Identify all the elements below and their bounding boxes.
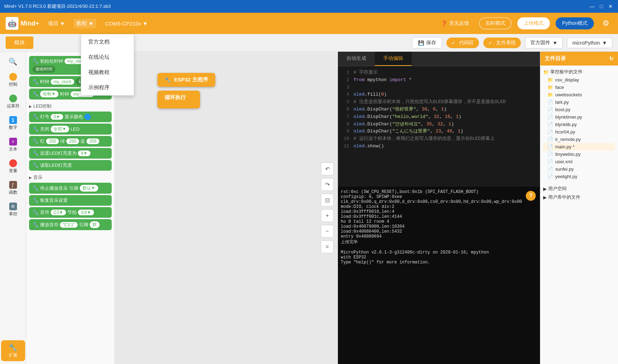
block-icon: 🔧: [33, 163, 39, 168]
sidebar-item-numbers[interactable]: 1 数字: [1, 113, 25, 133]
project-menu[interactable]: 项目 ▼: [45, 19, 68, 28]
file-csv-display[interactable]: 📁 csv_display: [543, 76, 615, 84]
module-button[interactable]: 模块: [6, 36, 33, 49]
esp32-main-block[interactable]: 🔧 ESP32 主程序: [157, 73, 215, 87]
file-uwebsockets[interactable]: 📁 uwebsockets: [543, 91, 615, 98]
file-user-xml[interactable]: 📄 user.xml: [543, 158, 615, 165]
sidebar-label-variables: 变量: [9, 168, 17, 174]
sidebar-label-text: 文本: [9, 146, 17, 152]
terminal-line: load:0x40078000,len:10304: [341, 224, 537, 229]
py-icon: 📄: [547, 99, 553, 105]
tutorial-menu[interactable]: 教程 ▼: [73, 19, 96, 28]
sidebar-item-variables[interactable]: 变量: [1, 157, 25, 177]
crop-button[interactable]: ⊡: [321, 194, 334, 206]
file-hcsr04[interactable]: 📄 hcsr04.py: [543, 128, 615, 136]
terminal-line: Type "help()" for more information.: [341, 260, 537, 265]
save-icon: 💾: [418, 40, 424, 46]
file-ir-remote[interactable]: 📄 ir_remote.py: [543, 136, 615, 143]
filesystem-button[interactable]: ✓ 文件系统: [483, 38, 521, 48]
block-icon: 🔧: [33, 186, 39, 191]
dropdown-item-forum[interactable]: 在线论坛: [81, 50, 134, 65]
code-line-5: 5 # 注意这些显示积木块，只把信息写入OLED屏幕缓存，并不是直接在OLED: [341, 98, 537, 106]
code-line-2: 2 from mpython import *: [341, 76, 537, 84]
maximize-button[interactable]: □: [598, 3, 605, 10]
titlebar: Mind+ V1.7.0 RC3.0 新建项目-2021/4/30-22:1:7…: [0, 0, 618, 13]
folder-expand-icon: 📁: [543, 69, 549, 75]
block-led-show[interactable]: 🔧 灯号 0▼ 显示颜色: [29, 112, 112, 122]
upload-mode-button[interactable]: 上传模式: [517, 17, 550, 29]
block-play-note[interactable]: 🔧 播放音符 "C3:1" 引脚 默: [29, 219, 112, 230]
variables-icon: [9, 159, 17, 167]
block-read-brightness[interactable]: 🔧 读取LED灯亮度: [29, 160, 112, 171]
zoom-in-button[interactable]: +: [321, 209, 334, 222]
code-line-6: 6 oled.DispChar("你好世界", 38, 0, 1): [341, 106, 537, 113]
code-line-1: 1 # 字符显示: [341, 69, 537, 76]
top-toolbar: 🤖 Mind+ 项目 ▼ 教程 ▼ COM5-CP210x ▼ ❓ 意见反馈 实…: [0, 13, 618, 34]
close-button[interactable]: ✕: [607, 3, 614, 10]
undo-button[interactable]: ↶: [321, 163, 334, 175]
block-led-off[interactable]: 🔧 关闭 全部▼ LED: [29, 124, 112, 135]
minimize-button[interactable]: —: [589, 3, 595, 10]
sidebar-search[interactable]: 🔍: [1, 55, 25, 69]
left-sidebar: 🔍 控制 运算符 1 数字 ≡ 文本 变量 ƒ 函数 ⚙ 掌控: [0, 52, 26, 364]
file-lark[interactable]: 📄 lark.py: [543, 98, 615, 106]
save-button[interactable]: 💾 保存: [412, 37, 442, 49]
sidebar-item-text[interactable]: ≡ 文本: [1, 135, 25, 155]
logo-icon: 🤖: [6, 17, 18, 30]
python-mode-button[interactable]: Python模式: [556, 17, 594, 29]
dropdown-item-video[interactable]: 视频教程: [81, 65, 134, 80]
block-led-brightness[interactable]: 🔧 设置LED灯亮度为 9▼: [29, 148, 112, 159]
block-note[interactable]: 🔧 音符 C3▼ 节拍 1/4▼: [29, 207, 112, 218]
refresh-icon[interactable]: ↻: [609, 56, 614, 62]
realtime-mode-button[interactable]: 实时模式: [479, 17, 512, 29]
sidebar-item-operators[interactable]: 运算符: [1, 92, 25, 112]
dropdown-item-examples[interactable]: 示例程序: [81, 80, 134, 95]
terminal-line: ho 0 tail 12 room 4: [341, 219, 537, 224]
com-menu[interactable]: COM5-CP210x ▼: [102, 19, 151, 28]
code-zone-button[interactable]: ✓ 代码区: [446, 38, 479, 48]
terminal-line: mode:DIO, clock div:2: [341, 204, 537, 209]
tab-manual-edit[interactable]: 手动编辑: [375, 52, 412, 66]
tab-auto-generate[interactable]: 自动生成: [338, 52, 375, 66]
user-files-group[interactable]: ▶ 用户库中的文件: [543, 193, 615, 201]
user-space-group[interactable]: ▶ 用户空间: [543, 184, 615, 193]
block-rgb[interactable]: 🔧 红 255 绿 255 蓝 255: [29, 136, 112, 147]
block-restore-music[interactable]: 🔧 恢复音乐设置: [29, 195, 112, 206]
dropdown-item-docs[interactable]: 官方文档: [81, 34, 134, 50]
py-icon: 📄: [547, 122, 553, 127]
titlebar-controls[interactable]: — □ ✕: [589, 3, 614, 10]
file-xunfei[interactable]: 📄 xunfei.py: [543, 165, 615, 173]
sidebar-item-board[interactable]: ⚙ 掌控: [1, 200, 25, 220]
numbers-icon: 1: [9, 116, 17, 124]
sidebar-item-extend[interactable]: 🔧 扩展: [1, 340, 25, 361]
controller-files-group[interactable]: 📁 掌控板中的文件: [543, 68, 615, 76]
firmware-button[interactable]: 官方固件 ▼: [525, 37, 563, 49]
sidebar-item-functions[interactable]: ƒ 函数: [1, 178, 25, 198]
settings-button[interactable]: ⚙: [600, 17, 612, 29]
terminal-help-button[interactable]: ?: [526, 191, 536, 201]
feedback-button[interactable]: ❓ 意见反馈: [437, 19, 473, 28]
micropython-button[interactable]: microPython ▼: [567, 38, 612, 48]
music-section-header[interactable]: 音乐: [29, 172, 112, 181]
loop-block[interactable]: 循环执行: [157, 91, 200, 108]
canvas-area[interactable]: 🔧 ESP32 主程序 循环执行 ↶ ↷ ⊡ + − =: [115, 52, 338, 364]
zoom-out-button[interactable]: −: [321, 225, 334, 238]
redo-button[interactable]: ↷: [321, 178, 334, 191]
file-blynklib[interactable]: 📄 blynklib.py: [543, 121, 615, 128]
file-main[interactable]: 📄 main.py *: [543, 143, 615, 150]
file-yeelight[interactable]: 📄 yeelight.py: [543, 173, 615, 180]
file-boot[interactable]: 📄 boot.py: [543, 106, 615, 113]
sidebar-item-control[interactable]: 控制: [1, 70, 25, 90]
terminal[interactable]: ? rst:0xc (SW_CPU_RESET),boot:0x1b (SPI_…: [338, 187, 540, 364]
code-line-8: 8 oled.DispChar("안녕하세요", 35, 32, 1): [341, 121, 537, 128]
led-section-header[interactable]: LED控制: [29, 101, 112, 110]
py-icon: 📄: [547, 166, 553, 172]
terminal-line: clk_drv:0x00,q_drv:0x00,d_drv:0x00,cs0_d…: [341, 199, 537, 204]
terminal-line: MicroPython v2.0.1-3-g312406c-dirty on 2…: [341, 250, 537, 255]
center-button[interactable]: =: [321, 240, 334, 253]
file-tinywebio[interactable]: 📄 tinywebio.py: [543, 150, 615, 158]
code-editor[interactable]: 1 # 字符显示 2 from mpython import * 3 4 ole…: [338, 66, 540, 187]
file-blynktimer[interactable]: 📄 blynktimer.py: [543, 113, 615, 121]
file-face[interactable]: 📁 face: [543, 84, 615, 91]
block-stop-music[interactable]: 🔧 停止播放音乐 引脚 默认▼: [29, 183, 112, 194]
